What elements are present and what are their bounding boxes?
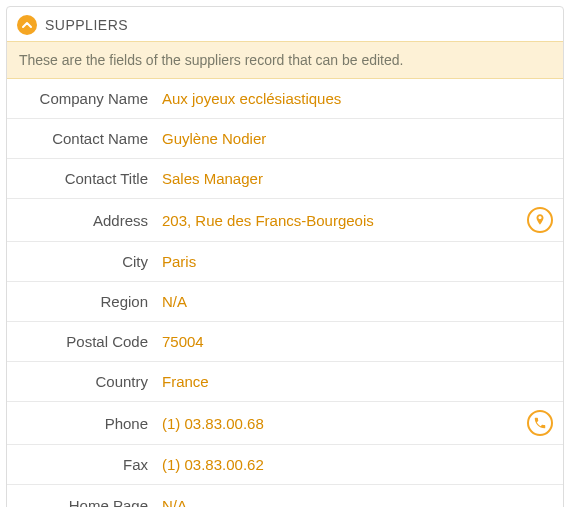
field-label: City (7, 253, 162, 270)
panel-description: These are the fields of the suppliers re… (7, 41, 563, 79)
field-label: Country (7, 373, 162, 390)
field-label: Home Page (7, 497, 162, 508)
field-label: Fax (7, 456, 162, 473)
field-region: Region N/A (7, 282, 563, 322)
field-contact-title: Contact Title Sales Manager (7, 159, 563, 199)
chevron-up-icon[interactable] (17, 15, 37, 35)
field-phone: Phone (1) 03.83.00.68 (7, 402, 563, 445)
field-value[interactable]: Aux joyeux ecclésiastiques (162, 90, 523, 107)
field-label: Contact Name (7, 130, 162, 147)
field-postal-code: Postal Code 75004 (7, 322, 563, 362)
field-fax: Fax (1) 03.83.00.62 (7, 445, 563, 485)
field-value[interactable]: N/A (162, 497, 523, 508)
field-value[interactable]: 75004 (162, 333, 523, 350)
field-label: Contact Title (7, 170, 162, 187)
field-value[interactable]: (1) 03.83.00.68 (162, 415, 523, 432)
field-company-name: Company Name Aux joyeux ecclésiastiques (7, 79, 563, 119)
phone-icon[interactable] (527, 410, 553, 436)
field-home-page: Home Page N/A (7, 485, 563, 507)
suppliers-panel: SUPPLIERS These are the fields of the su… (6, 6, 564, 507)
panel-title: SUPPLIERS (45, 17, 128, 33)
field-value[interactable]: France (162, 373, 523, 390)
field-city: City Paris (7, 242, 563, 282)
field-label: Company Name (7, 90, 162, 107)
field-label: Address (7, 212, 162, 229)
field-value[interactable]: 203, Rue des Francs-Bourgeois (162, 212, 523, 229)
field-value[interactable]: Sales Manager (162, 170, 523, 187)
field-country: Country France (7, 362, 563, 402)
panel-header: SUPPLIERS (7, 7, 563, 41)
field-value[interactable]: Guylène Nodier (162, 130, 523, 147)
field-contact-name: Contact Name Guylène Nodier (7, 119, 563, 159)
field-value[interactable]: N/A (162, 293, 523, 310)
field-value[interactable]: (1) 03.83.00.62 (162, 456, 523, 473)
fields-list: Company Name Aux joyeux ecclésiastiques … (7, 79, 563, 507)
field-value[interactable]: Paris (162, 253, 523, 270)
field-label: Phone (7, 415, 162, 432)
field-address: Address 203, Rue des Francs-Bourgeois (7, 199, 563, 242)
field-label: Region (7, 293, 162, 310)
field-label: Postal Code (7, 333, 162, 350)
map-pin-icon[interactable] (527, 207, 553, 233)
